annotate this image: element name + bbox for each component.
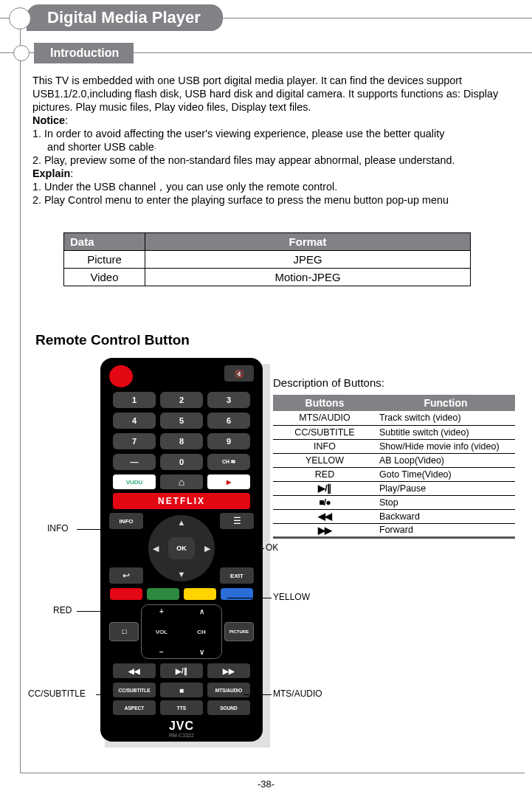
callout-cc: CC/SUBTITLE — [28, 688, 86, 699]
frame-bottom-rule — [20, 773, 525, 773]
cc-subtitle-button: CC/SUBTITLE — [113, 683, 156, 697]
bt-cell-function: Stop — [376, 495, 515, 509]
red-color-button — [110, 588, 142, 600]
mute-button-icon: 🔇 — [224, 365, 254, 382]
yellow-color-button — [184, 588, 216, 600]
page-title: Digital Media Player — [27, 4, 223, 31]
num-7: 7 — [113, 433, 156, 449]
bt-cell-function: Play/Pause — [376, 481, 515, 495]
ch-label: CH — [197, 629, 206, 635]
section-bullet-icon — [13, 45, 30, 61]
bt-cell-button: YELLOW — [273, 453, 376, 467]
num-5: 5 — [160, 412, 203, 429]
cc-small-button: ☐ — [109, 622, 139, 641]
play-pause-button-icon: ▶/‖ — [160, 663, 203, 678]
aspect-button: ASPECT — [113, 700, 156, 715]
menu-button-icon: ☰ — [220, 513, 254, 529]
bt-cell-button: ▶/‖ — [273, 481, 376, 495]
brand-logo: JVC — [109, 719, 254, 733]
intro-text: This TV is embedded with one USB port di… — [32, 74, 522, 114]
youtube-app-button: ▶ — [207, 474, 250, 489]
stop-button-icon: ■ — [160, 683, 203, 697]
vol-ch-rocker: +VOL− ∧CH∨ — [141, 604, 222, 659]
ok-button: OK — [168, 537, 195, 559]
bt-cell-button: ◀◀ — [273, 509, 376, 523]
bt-cell-button: INFO — [273, 439, 376, 453]
remote-heading: Remote Control Button — [35, 332, 190, 348]
df-cell-data: Video — [64, 269, 145, 286]
exit-button: EXIT — [220, 567, 254, 584]
explain-item-1: 1. Under the USB channel，you can use onl… — [32, 180, 522, 193]
ch-return-button: CH ⇆ — [207, 454, 250, 470]
notice-item-2: 2. Play, preview some of the non-standar… — [32, 153, 522, 167]
model-label: RM-C3322 — [109, 733, 254, 738]
vol-label: VOL — [156, 629, 167, 635]
num-4: 4 — [113, 412, 156, 429]
description-heading: Description of Buttons: — [273, 376, 384, 389]
rewind-button-icon: ◀◀ — [113, 663, 156, 678]
bt-cell-button: ▶▶ — [273, 523, 376, 537]
callout-info: INFO — [47, 523, 69, 534]
explain-heading: Explain — [32, 168, 70, 179]
num-2: 2 — [160, 392, 203, 408]
sound-button: SOUND — [207, 700, 250, 715]
bt-cell-function: Backward — [376, 509, 515, 523]
bt-cell-function: Forward — [376, 523, 515, 537]
tts-button: TTS — [160, 700, 203, 715]
df-header-data: Data — [64, 233, 145, 251]
button-function-table: Buttons Function MTS/AUDIOTrack switch (… — [273, 395, 515, 539]
bt-header-function: Function — [376, 395, 515, 411]
num-8: 8 — [160, 433, 203, 449]
bt-cell-button: ■/● — [273, 495, 376, 509]
bt-cell-function: Show/Hide movie info (video) — [376, 439, 515, 453]
green-color-button — [147, 588, 179, 600]
dpad-down-icon: ▼ — [178, 570, 186, 579]
explain-item-2: 2. Play Control menu to enter the playin… — [32, 193, 522, 207]
section-title: Introduction — [34, 43, 134, 63]
bt-cell-button: RED — [273, 467, 376, 481]
dpad-right-icon: ▶ — [204, 544, 210, 553]
title-bullet-icon — [9, 7, 31, 30]
dash-button: — — [113, 454, 156, 470]
return-button-icon: ↩ — [109, 567, 143, 584]
fast-forward-button-icon: ▶▶ — [207, 663, 250, 678]
dpad-ring-icon: ▲ ▼ ◀ ▶ OK — [148, 515, 215, 581]
df-header-format: Format — [145, 233, 471, 251]
bt-cell-function: Track switch (video) — [376, 411, 515, 425]
remote-control-illustration: 🔇 123 456 789 — 0 CH ⇆ VUDU ⌂ ▶ NETFLIX … — [100, 358, 263, 742]
picture-button: PICTURE — [224, 622, 254, 641]
intro-body: This TV is embedded with one USB port di… — [32, 74, 522, 207]
netflix-app-button: NETFLIX — [113, 493, 250, 509]
vudu-app-button: VUDU — [113, 474, 156, 489]
num-1: 1 — [113, 392, 156, 408]
frame-left-rule — [20, 17, 21, 773]
notice-item-1: 1. In order to avoid affecting the user'… — [32, 127, 522, 140]
home-button-icon: ⌂ — [160, 474, 203, 489]
callout-ok: OK — [266, 542, 278, 553]
num-0: 0 — [160, 454, 203, 470]
power-button-icon — [109, 365, 133, 387]
notice-heading: Notice — [32, 114, 65, 126]
notice-item-1b: and shorter USB cable — [47, 141, 154, 153]
mts-audio-button: MTS/AUDIO — [207, 683, 250, 697]
callout-yellow: YELLOW — [273, 592, 310, 602]
dpad-left-icon: ◀ — [153, 544, 159, 553]
bt-cell-function: AB Loop(Video) — [376, 453, 515, 467]
num-6: 6 — [207, 412, 250, 429]
page-number: -38- — [0, 779, 532, 790]
num-3: 3 — [207, 392, 250, 408]
bt-cell-function: Goto Time(Video) — [376, 467, 515, 481]
bt-cell-button: CC/SUBTITLE — [273, 425, 376, 439]
callout-mts: MTS/AUDIO — [273, 688, 322, 699]
df-cell-data: Picture — [64, 251, 145, 269]
num-9: 9 — [207, 433, 250, 449]
bt-header-buttons: Buttons — [273, 395, 376, 411]
dpad-up-icon: ▲ — [178, 518, 186, 527]
df-cell-format: JPEG — [145, 251, 471, 269]
bt-cell-button: MTS/AUDIO — [273, 411, 376, 425]
info-button: INFO — [109, 513, 143, 529]
remote-area: 🔇 123 456 789 — 0 CH ⇆ VUDU ⌂ ▶ NETFLIX … — [80, 358, 266, 749]
callout-red: RED — [53, 605, 72, 615]
data-format-table: Data Format PictureJPEGVideoMotion-JPEG — [63, 232, 471, 286]
bt-cell-function: Subtitle switch (video) — [376, 425, 515, 439]
